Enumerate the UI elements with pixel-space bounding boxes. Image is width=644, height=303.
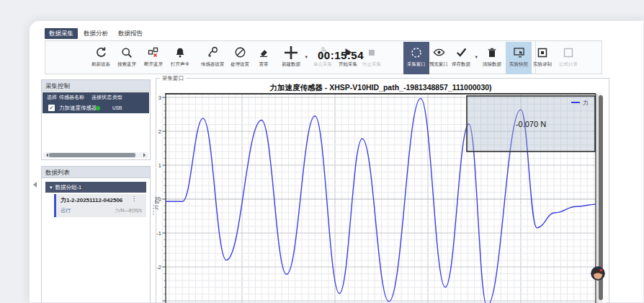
svg-text:-2: -2 [156, 264, 161, 271]
tab-data-capture[interactable]: 数据采集 [45, 28, 78, 39]
formula-icon [563, 44, 574, 61]
snapshot-icon [513, 44, 525, 61]
avatar-icon [591, 266, 605, 281]
data-list-panel: 数据列表 ▾数据分组-1 力1-2-20251112-042506 ⋮ 运行 力… [41, 166, 151, 302]
dashed-circle-icon [410, 44, 423, 61]
refresh-device-label: 刷新设备 [91, 61, 110, 68]
open-soundcard-label: 打开声卡 [171, 61, 189, 68]
capture-control-panel: 采集控制 选择 传感器名称 连接状态 类型 ✓ 力加速度传感器 USB [41, 79, 151, 160]
formula-calc-label: 公式计算 [559, 61, 578, 68]
save-data-button[interactable]: 保存数据▼ [444, 44, 478, 72]
data-group-row[interactable]: ▾数据分组-1 [45, 182, 146, 193]
trash-icon [486, 44, 498, 61]
tab-data-analysis[interactable]: 数据分析 [79, 28, 112, 39]
svg-text:力 [N]: 力 [N] [155, 196, 159, 210]
svg-text:-1: -1 [156, 230, 161, 237]
edit-circle-icon [234, 44, 246, 61]
sensor-icon [207, 44, 219, 61]
sensor-settings-label: 传感器设置 [201, 61, 225, 68]
data-list-title: 数据列表 [42, 167, 150, 178]
new-data-label: 新建数据 [282, 61, 300, 68]
check-icon [455, 44, 468, 61]
scroll-left-icon[interactable] [44, 153, 48, 157]
plus-icon [283, 44, 299, 61]
hscroll-thumb[interactable] [49, 153, 135, 157]
single-point-capture-label: 单点采集 [313, 61, 332, 68]
waveform-chart[interactable]: 3210-1-2力 [N]-0.070 N力 [155, 81, 609, 303]
bell-icon [174, 44, 186, 61]
cursor-value-label: -0.070 N [516, 120, 546, 128]
eye-icon [433, 44, 445, 61]
eraser-icon [258, 44, 269, 61]
formula-calc-button: 公式计算 [552, 44, 585, 72]
col-name: 传感器名称 [59, 92, 84, 102]
caret-down-icon: ▾ [50, 185, 53, 190]
legend-label: 力 [583, 100, 589, 106]
clear-data-button[interactable]: 清除数据 [475, 44, 509, 72]
svg-text:2: 2 [158, 128, 161, 135]
capture-control-title: 采集控制 [42, 80, 150, 92]
open-soundcard-button[interactable]: 打开声卡 [164, 44, 197, 72]
app-stage: 数据采集 数据分析 数据报告 刷新设备搜索蓝牙断开蓝牙打开声卡传感器设置处理设置… [0, 0, 644, 303]
data-record-item[interactable]: 力1-2-20251112-042506 ⋮ 运行 力/N—时间/s [54, 194, 146, 217]
col-status: 连接状态 [91, 92, 112, 102]
scroll-right-icon[interactable] [143, 153, 148, 157]
sensor-name: 力加速度传感器 [59, 102, 97, 113]
sensor-checkbox[interactable]: ✓ [48, 105, 55, 111]
experiment-record-label: 实验录制 [533, 61, 552, 68]
refresh-icon [95, 44, 107, 61]
new-data-button[interactable]: 新建数据▼ [274, 44, 308, 72]
clear-data-label: 清除数据 [483, 61, 501, 68]
disconnect-bluetooth-label: 断开蓝牙 [144, 61, 163, 68]
tab-data-report[interactable]: 数据报告 [114, 28, 147, 39]
sidebar-collapse-icon[interactable] [33, 182, 37, 188]
sensor-row[interactable]: ✓ 力加速度传感器 USB [43, 102, 149, 113]
zeroing-label: 置零 [259, 61, 269, 68]
svg-text:3: 3 [158, 95, 161, 101]
status-dot [96, 106, 100, 110]
item-menu-icon[interactable]: ⋮ [131, 196, 137, 202]
data-record-status: 运行 [61, 207, 71, 214]
panel-splitter-handle[interactable] [153, 205, 154, 206]
col-select: 选择 [47, 92, 57, 102]
search-icon [121, 44, 133, 61]
stop-capture-label: 停止采集 [362, 61, 381, 68]
bt-off-icon [148, 44, 159, 61]
sensor-table-hscrollbar[interactable] [43, 152, 148, 158]
assistant-avatar-button[interactable] [591, 266, 605, 281]
search-bluetooth-label: 搜索蓝牙 [117, 61, 136, 68]
col-type: 类型 [112, 92, 122, 102]
data-record-title: 力1-2-20251112-042506 [61, 196, 122, 204]
stop-icon [367, 44, 377, 61]
sensor-table-header: 选择 传感器名称 连接状态 类型 [43, 92, 149, 102]
record-icon [537, 44, 548, 61]
data-group-label: 数据分组-1 [55, 184, 82, 190]
capture-timer: 00:15:54 [318, 49, 364, 61]
data-record-axes: 力/N—时间/s [115, 208, 142, 214]
sensor-type: USB [112, 102, 122, 113]
svg-text:1: 1 [158, 162, 161, 169]
save-data-label: 保存数据 [452, 61, 470, 68]
